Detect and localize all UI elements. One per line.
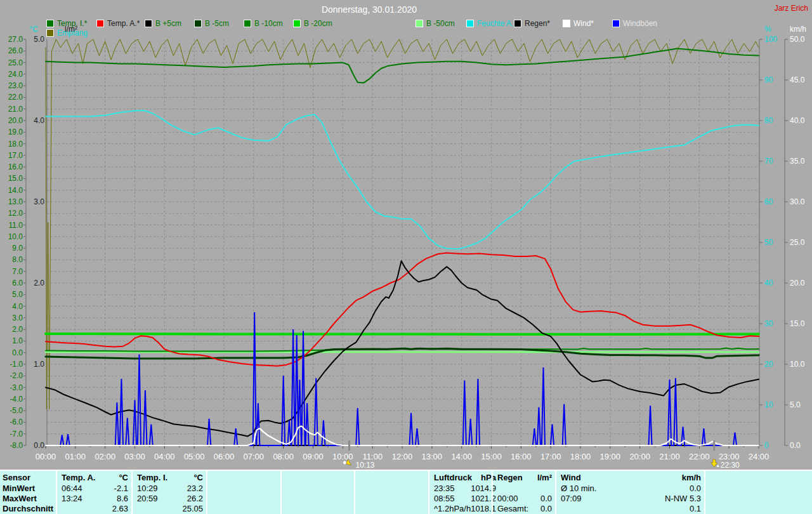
footer-row-label: Durchschnitt <box>0 503 56 513</box>
time-axis-label: 04:00 <box>154 452 175 461</box>
time-axis-label: 20:00 <box>629 452 650 461</box>
time-axis-label: 03:00 <box>124 452 145 461</box>
axis-unit-lm2: l/m² <box>65 25 77 34</box>
footer-col-header: Temp. I. <box>137 473 167 482</box>
footer-cell-time: 00:00 <box>497 494 518 503</box>
footer-col-header: Regen <box>497 473 523 482</box>
axis-unit-degc: °C <box>30 25 39 34</box>
axis-label-degc: 7.0 <box>12 267 23 276</box>
axis-label-degc: 8.0 <box>12 255 23 264</box>
axis-label-degc: -2.0 <box>10 371 23 380</box>
axis-label-pct: 100 <box>764 35 777 44</box>
time-axis-label: 09:00 <box>303 452 324 461</box>
time-axis-label: 12:00 <box>392 452 413 461</box>
footer-cell-value: 0.0 <box>540 494 552 503</box>
axis-label-degc: 15.0 <box>8 174 23 183</box>
axis-label-degc: 11.0 <box>9 221 23 230</box>
axis-label-pct: 90 <box>764 76 773 84</box>
time-axis-label: 13:00 <box>422 452 443 461</box>
axis-label-degc: 13.0 <box>8 197 23 206</box>
footer-row-labels: SensorMinWertMaxWertDurchschnitt <box>0 471 56 514</box>
axis-label-kmh: 10.0 <box>790 360 805 369</box>
series-b_m20 <box>46 334 759 334</box>
footer-column-temp-a: Temp. A.°C06:44-2.113:248.62.63 <box>56 471 131 514</box>
footer-col-unit: °C <box>193 473 203 482</box>
axis-label-pct: 0 <box>764 441 769 450</box>
axis-label-degc: 17.0 <box>8 151 23 160</box>
footer-cell-time: 23:35 <box>434 484 455 493</box>
axis-label-degc: 5.0 <box>12 290 23 299</box>
time-axis-label: 08:00 <box>273 452 294 461</box>
footer-cell-time: ^1.2hPa/h <box>434 504 471 513</box>
axis-label-pct: 10 <box>764 400 773 409</box>
time-axis-label: 10:00 <box>332 452 353 461</box>
axis-label-degc: 1.0 <box>12 336 23 345</box>
axis-label-kmh: 5.0 <box>790 400 801 409</box>
axis-label-degc: 10.0 <box>8 232 23 241</box>
axis-label-kmh: 45.0 <box>790 76 805 84</box>
footer-row-label: MaxWert <box>0 493 56 503</box>
marker-time-label: 10:13 <box>355 461 374 470</box>
footer-cell-time: Ø 10 min. <box>561 484 596 493</box>
axis-label-degc: 25.0 <box>8 58 23 67</box>
axis-label-degc: 27.0 <box>8 35 23 44</box>
footer-col-unit: °C <box>119 473 128 482</box>
time-axis-label: 06:00 <box>214 452 235 461</box>
marker-time-label: 22:30 <box>721 461 740 470</box>
weather-day-graph-window: Donnerstag, 30.01.2020 Jarz Erich Temp. … <box>0 0 812 514</box>
axis-unit-kmh: km/h <box>790 25 806 34</box>
axis-label-pct: 80 <box>764 116 773 125</box>
axis-label-degc: 20.0 <box>8 116 23 125</box>
axis-label-degc: 0.0 <box>12 348 23 357</box>
footer-cell-time: 10:29 <box>137 484 158 493</box>
footer-cell-value: 8.6 <box>117 494 128 503</box>
footer-column-regen: Regenl/m²00:000.0Gesamt:0.0 <box>492 471 555 514</box>
footer-cell-value: N-NW 5.3 <box>665 494 701 503</box>
time-axis-label: 24:00 <box>749 452 769 461</box>
time-axis-label: 21:00 <box>659 452 680 461</box>
time-axis-label: 18:00 <box>570 452 591 461</box>
axis-label-degc: 22.0 <box>8 93 23 102</box>
axis-label-kmh: 35.0 <box>790 157 805 166</box>
footer-column-luftdruck: LuftdruckhPa23:351014.908:551021.2^1.2hP… <box>428 471 492 514</box>
axis-label-kmh: 40.0 <box>790 116 805 125</box>
axis-label-degc: -1.0 <box>10 360 23 369</box>
axis-label-degc: 23.0 <box>8 81 23 90</box>
footer-cell-value: 23.2 <box>187 484 203 493</box>
axis-label-kmh: 0.0 <box>790 441 801 450</box>
axis-label-pct: 40 <box>764 279 773 287</box>
footer-column-empty-3 <box>354 471 428 514</box>
footer-cell-time: 08:55 <box>434 494 455 503</box>
axis-label-degc: 9.0 <box>12 244 23 253</box>
footer-col-unit: km/h <box>682 473 701 482</box>
footer-col-header: Luftdruck <box>434 473 472 482</box>
axis-label-degc: 19.0 <box>8 128 23 136</box>
footer-cell-value: 26.2 <box>187 494 203 503</box>
axis-label-pct: 20 <box>764 360 773 369</box>
footer-cell-time: 13:24 <box>62 494 82 503</box>
axis-label-pct: 60 <box>764 197 773 206</box>
time-axis-label: 14:00 <box>451 452 472 461</box>
time-axis-label: 23:00 <box>719 452 740 461</box>
time-axis-label: 07:00 <box>244 452 265 461</box>
axis-label-lm2: 2.0 <box>34 279 44 287</box>
time-axis-label: 11:00 <box>362 452 383 461</box>
axis-label-degc: 12.0 <box>8 209 23 218</box>
footer-column-empty-2 <box>280 471 354 514</box>
axis-label-degc: 4.0 <box>12 302 23 311</box>
footer-column-empty-4 <box>704 471 812 514</box>
axis-label-degc: -6.0 <box>10 418 23 426</box>
marker-arrow-icon <box>711 459 717 467</box>
axis-label-degc: 16.0 <box>8 162 23 171</box>
footer-column-temp-i: Temp. I.°C10:2923.220:5926.225.05 <box>131 471 206 514</box>
time-axis-label: 16:00 <box>511 452 532 461</box>
axis-label-lm2: 4.0 <box>34 116 44 125</box>
footer-cell-value: 25.05 <box>182 504 203 513</box>
time-axis-label: 01:00 <box>65 452 86 461</box>
axis-label-degc: -7.0 <box>10 430 23 438</box>
footer-column-empty-1 <box>206 471 280 514</box>
axis-label-kmh: 30.0 <box>790 197 805 206</box>
plot-area: -8.0-7.0-6.0-5.0-4.0-3.0-2.0-1.00.01.02.… <box>0 0 812 470</box>
marker-sun-icon <box>343 461 346 465</box>
footer-cell-time: 07:09 <box>561 494 582 503</box>
